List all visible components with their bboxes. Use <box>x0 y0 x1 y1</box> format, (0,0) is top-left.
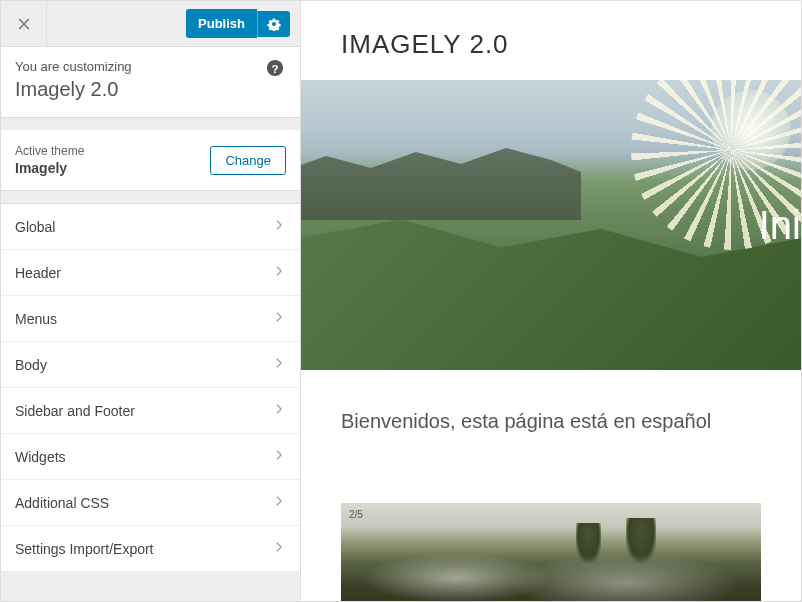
chevron-right-icon <box>272 218 286 235</box>
section-item-additional-css[interactable]: Additional CSS <box>1 480 300 526</box>
section-label: Header <box>15 265 61 281</box>
section-item-body[interactable]: Body <box>1 342 300 388</box>
hero-image: Ini <box>301 80 801 370</box>
section-label: Global <box>15 219 55 235</box>
publish-settings-button[interactable] <box>257 11 290 37</box>
close-button[interactable] <box>1 1 47 47</box>
section-label: Body <box>15 357 47 373</box>
chevron-right-icon <box>272 494 286 511</box>
site-preview[interactable]: IMAGELY 2.0 Ini Bienvenidos, esta página… <box>301 1 801 601</box>
change-theme-button[interactable]: Change <box>210 146 286 175</box>
section-item-global[interactable]: Global <box>1 204 300 250</box>
site-title: Imagely 2.0 <box>15 78 286 101</box>
section-item-menus[interactable]: Menus <box>1 296 300 342</box>
customizer-sidebar: Publish You are customizing Imagely 2.0 … <box>1 1 301 601</box>
section-item-settings-import-export[interactable]: Settings Import/Export <box>1 526 300 572</box>
top-actions-bar: Publish <box>1 1 300 47</box>
page-heading: Bienvenidos, esta página está en español <box>341 410 761 433</box>
preview-header: IMAGELY 2.0 <box>301 1 801 80</box>
section-label: Widgets <box>15 449 66 465</box>
gear-icon <box>267 17 281 31</box>
customizer-app: Publish You are customizing Imagely 2.0 … <box>0 0 802 602</box>
section-label: Settings Import/Export <box>15 541 154 557</box>
active-theme-label: Active theme <box>15 144 84 158</box>
help-icon: ? <box>266 59 284 77</box>
section-item-widgets[interactable]: Widgets <box>1 434 300 480</box>
section-label: Sidebar and Footer <box>15 403 135 419</box>
svg-text:?: ? <box>271 62 278 75</box>
active-theme-name: Imagely <box>15 160 84 176</box>
active-theme-panel: Active theme Imagely Change <box>1 130 300 191</box>
preview-site-title: IMAGELY 2.0 <box>341 29 761 60</box>
image-counter: 2/5 <box>349 509 363 520</box>
chevron-right-icon <box>272 356 286 373</box>
customizing-label: You are customizing <box>15 59 286 74</box>
help-button[interactable]: ? <box>266 59 286 79</box>
customizing-info: You are customizing Imagely 2.0 ? <box>1 47 300 118</box>
content-image: 2/5 <box>341 503 761 601</box>
section-item-header[interactable]: Header <box>1 250 300 296</box>
publish-button[interactable]: Publish <box>186 9 257 38</box>
section-label: Menus <box>15 311 57 327</box>
section-label: Additional CSS <box>15 495 109 511</box>
hero-text-fragment: Ini <box>759 203 801 248</box>
close-icon <box>17 17 31 31</box>
section-item-sidebar-and-footer[interactable]: Sidebar and Footer <box>1 388 300 434</box>
customizer-sections: GlobalHeaderMenusBodySidebar and FooterW… <box>1 203 300 572</box>
chevron-right-icon <box>272 402 286 419</box>
chevron-right-icon <box>272 540 286 557</box>
chevron-right-icon <box>272 448 286 465</box>
chevron-right-icon <box>272 310 286 327</box>
chevron-right-icon <box>272 264 286 281</box>
